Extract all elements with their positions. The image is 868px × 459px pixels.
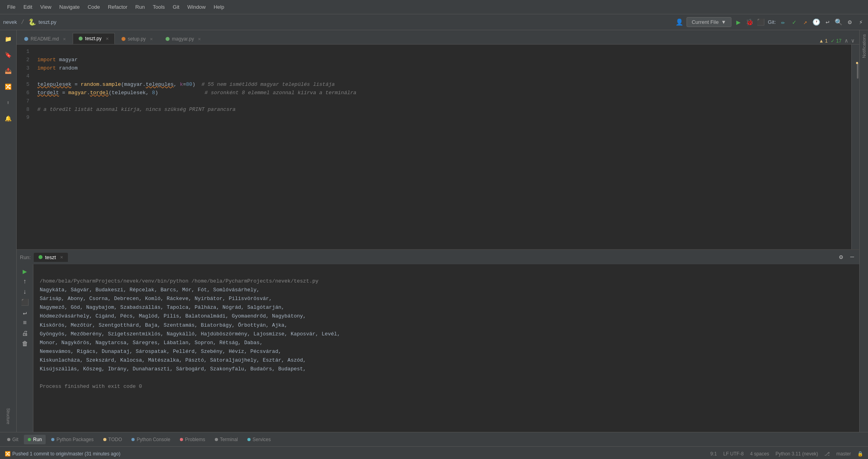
git-push-icon[interactable]: ↗ <box>801 18 809 26</box>
sidebar-commit-icon[interactable]: 📤 <box>1 64 15 78</box>
git-edit-icon[interactable]: ✏ <box>779 18 787 26</box>
tab-teszt[interactable]: teszt.py ✕ <box>73 33 114 44</box>
menu-code[interactable]: Code <box>84 2 104 12</box>
menu-tools[interactable]: Tools <box>149 2 169 12</box>
menu-view[interactable]: View <box>36 2 55 12</box>
problems-tab-icon <box>180 438 183 441</box>
menu-navigate[interactable]: Navigate <box>55 2 83 12</box>
run-output: /home/bela/PycharmProjects/nevek/venv/bi… <box>33 264 859 432</box>
breadcrumb-project[interactable]: nevek <box>3 19 17 25</box>
run-tab-close[interactable]: ✕ <box>60 255 63 260</box>
line-encoding[interactable]: LF UTF-8 <box>723 451 744 457</box>
menu-help[interactable]: Help <box>210 2 228 12</box>
scroll-thumb <box>857 63 858 79</box>
tab-setup[interactable]: setup.py ✕ <box>116 33 159 44</box>
run-header-right: ⚙ — <box>837 253 856 261</box>
git-branch[interactable]: master <box>836 451 851 457</box>
chevron-up-icon[interactable]: ∧ <box>845 37 848 44</box>
run-button[interactable]: ▶ <box>735 18 743 26</box>
chevron-down-icon[interactable]: ∨ <box>851 37 854 44</box>
indent-setting[interactable]: 4 spaces <box>750 451 769 457</box>
warnings-count[interactable]: ▲ 1 <box>819 38 828 44</box>
sidebar-structure-icon[interactable]: Structure <box>1 400 15 432</box>
editor-area[interactable]: 1 2 3 4 5 6 7 8 9 import magyar import r… <box>17 45 859 249</box>
sidebar-vcs-icon[interactable]: 🔀 <box>1 79 15 94</box>
status-bar-left: 🔀 Pushed 1 commit to origin/master (31 m… <box>5 451 120 457</box>
left-sidebar: 📁 🔖 📤 🔀 ⬆ 🔔 Structure <box>0 30 17 432</box>
notifications-label[interactable]: Notifications <box>862 34 866 58</box>
problems-tab-label: Problems <box>185 437 205 442</box>
run-rerun-icon[interactable]: ▶ <box>21 267 29 275</box>
status-bar: 🔀 Pushed 1 commit to origin/master (31 m… <box>0 446 868 459</box>
bottom-tab-terminal[interactable]: Terminal <box>211 435 242 444</box>
toolbar-right: 👤 Current File ▼ ▶ 🐞 ⬛ Git: ✏ ✓ ↗ 🕐 ↩ 🔍 … <box>675 17 865 27</box>
tab-magyar-close[interactable]: ✕ <box>198 37 201 41</box>
breadcrumb-file[interactable]: teszt.py <box>39 19 56 25</box>
services-tab-icon <box>247 438 251 441</box>
tab-readme-close[interactable]: ✕ <box>63 37 66 41</box>
terminal-tab-label: Terminal <box>220 437 238 442</box>
run-wrap-icon[interactable]: ↵ <box>21 309 29 317</box>
power-icon[interactable]: ⚡ <box>857 18 865 26</box>
profile-icon[interactable]: 👤 <box>675 18 683 26</box>
settings-icon[interactable]: ⚙ <box>846 18 854 26</box>
python-interpreter[interactable]: Python 3.11 (nevek) <box>775 451 818 457</box>
readme-tab-icon <box>24 37 28 41</box>
run-tab-teszt[interactable]: teszt ✕ <box>34 253 68 262</box>
tab-teszt-close[interactable]: ✕ <box>106 37 109 41</box>
search-icon[interactable]: 🔍 <box>835 18 843 26</box>
tab-readme[interactable]: README.md ✕ <box>18 33 72 44</box>
bottom-tab-problems[interactable]: Problems <box>176 435 209 444</box>
bottom-tab-todo[interactable]: TODO <box>99 435 126 444</box>
git-check-icon[interactable]: ✓ <box>790 18 798 26</box>
editor-gutter-top <box>852 45 859 59</box>
code-editor[interactable]: import magyar import random telepulesek … <box>33 45 851 249</box>
run-scroll-down-icon[interactable]: ↓ <box>21 288 29 296</box>
bottom-tab-run[interactable]: Run <box>24 435 46 444</box>
bottom-tabs: Git Run Python Packages TODO Python Cons… <box>0 432 868 446</box>
tabs-bar: README.md ✕ teszt.py ✕ setup.py ✕ magyar… <box>17 30 859 45</box>
menu-refactor[interactable]: Refactor <box>104 2 131 12</box>
push-message[interactable]: Pushed 1 commit to origin/master (31 min… <box>12 451 120 457</box>
menu-window[interactable]: Window <box>183 2 210 12</box>
sidebar-bookmark-icon[interactable]: 🔖 <box>1 48 15 62</box>
teszt-tab-icon <box>79 37 83 41</box>
run-collapse-icon[interactable]: — <box>848 253 856 261</box>
run-stop-icon[interactable]: ⬛ <box>21 298 29 306</box>
run-settings-icon[interactable]: ⚙ <box>837 253 845 261</box>
toolbar-left: nevek / 🐍 teszt.py <box>3 18 56 26</box>
tab-magyar[interactable]: magyar.py ✕ <box>160 33 207 44</box>
console-tab-icon <box>131 438 135 441</box>
todo-tab-label: TODO <box>108 437 122 442</box>
sidebar-notifications-icon[interactable]: 🔔 <box>1 111 15 126</box>
run-scroll-up-icon[interactable]: ↑ <box>21 278 29 286</box>
bottom-tab-python-console[interactable]: Python Console <box>127 435 174 444</box>
bottom-tab-git[interactable]: Git <box>3 435 22 444</box>
checks-count[interactable]: ✓ 17 <box>831 38 841 44</box>
run-tab-icon2 <box>28 438 31 441</box>
run-clear-icon[interactable]: 🗑 <box>21 340 29 348</box>
packages-tab-icon <box>51 438 54 441</box>
git-tab-icon <box>7 438 10 441</box>
menu-edit[interactable]: Edit <box>19 2 36 12</box>
menu-file[interactable]: File <box>3 2 19 12</box>
current-file-button[interactable]: Current File ▼ <box>687 17 731 27</box>
services-tab-label: Services <box>253 437 271 442</box>
undo-icon[interactable]: ↩ <box>824 18 831 26</box>
cursor-position[interactable]: 9:1 <box>710 451 717 457</box>
run-print-icon[interactable]: 🖨 <box>21 329 29 337</box>
stop-icon[interactable]: ⬛ <box>757 18 765 26</box>
sidebar-project-icon[interactable]: 📁 <box>1 32 15 46</box>
scrollbar-strip[interactable] <box>852 59 859 249</box>
tab-setup-close[interactable]: ✕ <box>150 37 153 41</box>
git-history-icon[interactable]: 🕐 <box>812 18 820 26</box>
run-sort-icon[interactable]: ≡ <box>21 319 29 327</box>
menu-git[interactable]: Git <box>169 2 183 12</box>
debug-icon[interactable]: 🐞 <box>746 18 754 26</box>
menu-run[interactable]: Run <box>131 2 149 12</box>
editor-container: README.md ✕ teszt.py ✕ setup.py ✕ magyar… <box>17 30 859 432</box>
bottom-tab-services[interactable]: Services <box>243 435 275 444</box>
sidebar-pullreq-icon[interactable]: ⬆ <box>1 95 15 110</box>
bottom-tab-python-packages[interactable]: Python Packages <box>47 435 97 444</box>
tab-magyar-label: magyar.py <box>172 36 194 42</box>
